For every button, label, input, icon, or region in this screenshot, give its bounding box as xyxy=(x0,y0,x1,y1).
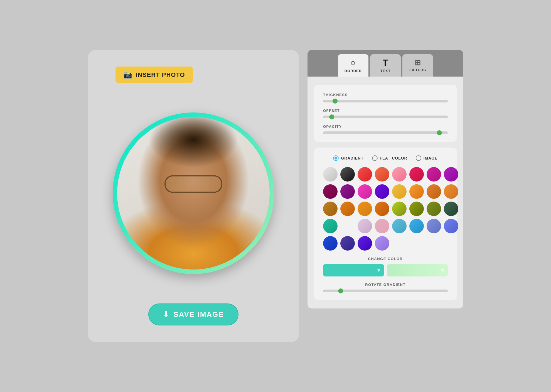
border-tab-icon: ○ xyxy=(350,58,356,67)
thickness-slider[interactable] xyxy=(323,100,448,102)
swatch-s4[interactable] xyxy=(375,167,389,182)
swatch-s16[interactable] xyxy=(444,184,458,199)
swatch-s15[interactable] xyxy=(427,184,441,199)
left-panel: 📷 INSERT PHOTO ⬇ SAVE IMAGE xyxy=(88,50,299,342)
color-picker-light-green[interactable]: ▼ xyxy=(387,264,448,276)
image-option[interactable]: IMAGE xyxy=(416,155,438,161)
swatch-s30[interactable] xyxy=(409,219,424,233)
swatch-s18[interactable] xyxy=(340,202,355,216)
sliders-card: THICKNESS OFFSET OPACITY xyxy=(314,85,457,142)
portrait-image xyxy=(117,117,270,270)
color-card: GRADIENT FLAT COLOR IMAGE CHA xyxy=(314,148,457,300)
swatch-s29[interactable] xyxy=(392,219,407,233)
swatch-s17[interactable] xyxy=(323,202,338,216)
gradient-option[interactable]: GRADIENT xyxy=(333,155,363,161)
swatch-s31[interactable] xyxy=(427,219,441,233)
change-color-label: CHANGE COLOR xyxy=(323,257,448,261)
color-swatches-grid xyxy=(323,167,448,251)
flat-color-label: FLAT COLOR xyxy=(380,156,407,160)
tab-filters[interactable]: ⊞ FILTERS xyxy=(402,54,433,77)
photo-circle-border xyxy=(113,112,274,274)
opacity-slider-group: OPACITY xyxy=(323,124,448,134)
download-icon: ⬇ xyxy=(163,310,169,319)
offset-slider[interactable] xyxy=(323,116,448,118)
swatch-s34[interactable] xyxy=(340,236,355,251)
offset-slider-group: OFFSET xyxy=(323,109,448,118)
swatch-s33[interactable] xyxy=(323,236,338,251)
flat-color-option[interactable]: FLAT COLOR xyxy=(372,155,407,161)
insert-photo-label: INSERT PHOTO xyxy=(136,71,185,79)
swatch-s9[interactable] xyxy=(323,184,338,199)
rotate-gradient-section: ROTATE GRADIENT xyxy=(323,283,448,292)
color-mode-radio-group: GRADIENT FLAT COLOR IMAGE xyxy=(323,155,448,161)
offset-label: OFFSET xyxy=(323,109,448,113)
right-panel: ○ BORDER T TEXT ⊞ FILTERS THICKNESS xyxy=(308,50,463,308)
color-pickers-row: ▼ ▼ xyxy=(323,264,448,276)
insert-photo-button[interactable]: 📷 INSERT PHOTO xyxy=(115,67,193,83)
swatch-s1[interactable] xyxy=(323,167,338,182)
swatch-s27[interactable] xyxy=(358,219,372,233)
swatch-s25[interactable] xyxy=(323,219,338,233)
swatch-s21[interactable] xyxy=(392,202,407,216)
swatch-s28[interactable] xyxy=(375,219,389,233)
swatch-s35[interactable] xyxy=(358,236,372,251)
swatch-s12[interactable] xyxy=(375,184,389,199)
main-container: 📷 INSERT PHOTO ⬇ SAVE IMAGE ○ BORDER T T… xyxy=(88,50,463,342)
change-color-section: CHANGE COLOR ▼ ▼ xyxy=(323,257,448,276)
tabs-bar: ○ BORDER T TEXT ⊞ FILTERS xyxy=(308,50,463,77)
camera-icon: 📷 xyxy=(123,70,132,79)
text-tab-label: TEXT xyxy=(380,69,390,73)
save-image-label: SAVE IMAGE xyxy=(173,310,224,319)
tab-text[interactable]: T TEXT xyxy=(370,54,401,77)
swatch-s6[interactable] xyxy=(409,167,424,182)
swatch-s8[interactable] xyxy=(444,167,458,182)
filters-tab-icon: ⊞ xyxy=(415,59,421,66)
swatch-s10[interactable] xyxy=(340,184,355,199)
swatch-s36[interactable] xyxy=(375,236,389,251)
flat-color-radio xyxy=(372,155,378,161)
rotate-gradient-label: ROTATE GRADIENT xyxy=(323,283,448,287)
tab-border[interactable]: ○ BORDER xyxy=(338,54,368,77)
swatch-s24[interactable] xyxy=(444,202,458,216)
swatch-s23[interactable] xyxy=(427,202,441,216)
swatch-s20[interactable] xyxy=(375,202,389,216)
image-radio xyxy=(416,155,421,161)
swatch-s26[interactable] xyxy=(340,219,355,233)
right-content: THICKNESS OFFSET OPACITY xyxy=(308,77,463,308)
swatch-s2[interactable] xyxy=(340,167,355,182)
swatch-s11[interactable] xyxy=(358,184,372,199)
thickness-label: THICKNESS xyxy=(323,93,448,97)
color-picker-cyan[interactable]: ▼ xyxy=(323,264,384,276)
gradient-label: GRADIENT xyxy=(341,156,363,160)
opacity-slider[interactable] xyxy=(323,131,448,134)
text-tab-icon: T xyxy=(383,58,388,67)
swatch-s5[interactable] xyxy=(392,167,407,182)
image-label: IMAGE xyxy=(424,156,438,160)
save-image-button[interactable]: ⬇ SAVE IMAGE xyxy=(148,303,238,325)
swatch-s13[interactable] xyxy=(392,184,407,199)
swatch-s3[interactable] xyxy=(358,167,372,182)
filters-tab-label: FILTERS xyxy=(409,68,426,72)
swatch-s32[interactable] xyxy=(444,219,458,233)
thickness-slider-group: THICKNESS xyxy=(323,93,448,102)
border-tab-label: BORDER xyxy=(345,69,362,73)
swatch-s14[interactable] xyxy=(409,184,424,199)
swatch-s22[interactable] xyxy=(409,202,424,216)
opacity-label: OPACITY xyxy=(323,124,448,129)
rotate-gradient-slider[interactable] xyxy=(323,290,448,292)
swatch-s19[interactable] xyxy=(358,202,372,216)
gradient-radio xyxy=(333,155,339,161)
photo-circle-inner xyxy=(117,117,270,270)
swatch-s7[interactable] xyxy=(427,167,441,182)
